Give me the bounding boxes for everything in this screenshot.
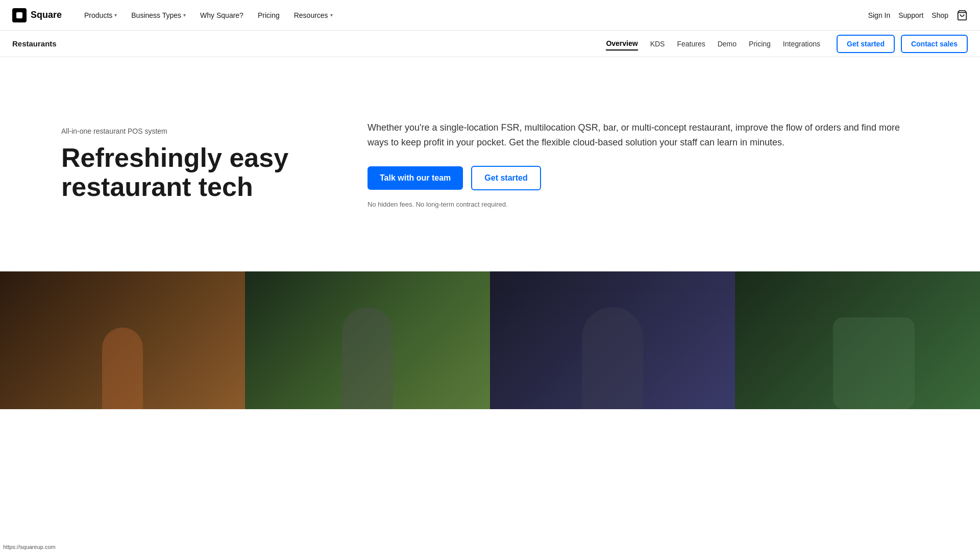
subnav-actions: Get started Contact sales: [837, 35, 968, 53]
chevron-down-icon: ▾: [330, 12, 333, 18]
subnav-get-started-button[interactable]: Get started: [837, 35, 895, 53]
image-cell-1: [0, 271, 245, 409]
sub-navigation: Restaurants Overview KDS Features Demo P…: [0, 31, 980, 57]
hero-eyebrow: All-in-one restaurant POS system: [61, 127, 327, 135]
image-cell-2: [245, 271, 490, 409]
talk-with-team-button[interactable]: Talk with our team: [368, 166, 463, 190]
hero-disclaimer: No hidden fees. No long-term contract re…: [368, 201, 919, 208]
cart-icon[interactable]: [957, 10, 968, 21]
subnav-link-pricing[interactable]: Pricing: [749, 38, 771, 50]
main-nav-links: Products ▾ Business Types ▾ Why Square? …: [78, 7, 868, 23]
restaurant-image-1: [0, 271, 245, 409]
sign-in-link[interactable]: Sign In: [868, 11, 891, 19]
subnav-link-features[interactable]: Features: [677, 38, 705, 50]
logo-link[interactable]: Square: [12, 8, 62, 22]
shop-link[interactable]: Shop: [932, 11, 948, 19]
subnav-link-kds[interactable]: KDS: [650, 38, 665, 50]
image-strip: [0, 271, 980, 409]
nav-right-actions: Sign In Support Shop: [868, 10, 968, 21]
hero-get-started-button[interactable]: Get started: [471, 166, 541, 190]
nav-why-square[interactable]: Why Square?: [194, 7, 250, 23]
top-navigation: Square Products ▾ Business Types ▾ Why S…: [0, 0, 980, 31]
subnav-link-overview[interactable]: Overview: [606, 37, 638, 51]
restaurant-image-4: [735, 271, 980, 409]
chevron-down-icon: ▾: [183, 12, 186, 18]
support-link[interactable]: Support: [898, 11, 923, 19]
logo-text: Square: [31, 10, 62, 20]
logo-icon: [12, 8, 27, 22]
nav-business-types[interactable]: Business Types ▾: [125, 7, 192, 23]
restaurant-image-3: [490, 271, 735, 409]
subnav-links: Overview KDS Features Demo Pricing Integ…: [606, 37, 820, 51]
hero-section: All-in-one restaurant POS system Refresh…: [0, 57, 980, 271]
restaurant-image-2: [245, 271, 490, 409]
subnav-link-integrations[interactable]: Integrations: [783, 38, 820, 50]
subnav-brand: Restaurants: [12, 39, 57, 48]
hero-description: Whether you're a single-location FSR, mu…: [368, 120, 919, 150]
hero-left-column: All-in-one restaurant POS system Refresh…: [61, 127, 327, 202]
nav-products[interactable]: Products ▾: [78, 7, 123, 23]
subnav-link-demo[interactable]: Demo: [718, 38, 737, 50]
hero-cta-row: Talk with our team Get started: [368, 166, 919, 190]
nav-resources[interactable]: Resources ▾: [288, 7, 339, 23]
image-cell-4: [735, 271, 980, 409]
image-cell-3: [490, 271, 735, 409]
chevron-down-icon: ▾: [114, 12, 117, 18]
subnav-contact-sales-button[interactable]: Contact sales: [901, 35, 968, 53]
nav-pricing[interactable]: Pricing: [252, 7, 286, 23]
hero-title: Refreshingly easy restaurant tech: [61, 143, 327, 202]
hero-right-column: Whether you're a single-location FSR, mu…: [327, 120, 919, 209]
